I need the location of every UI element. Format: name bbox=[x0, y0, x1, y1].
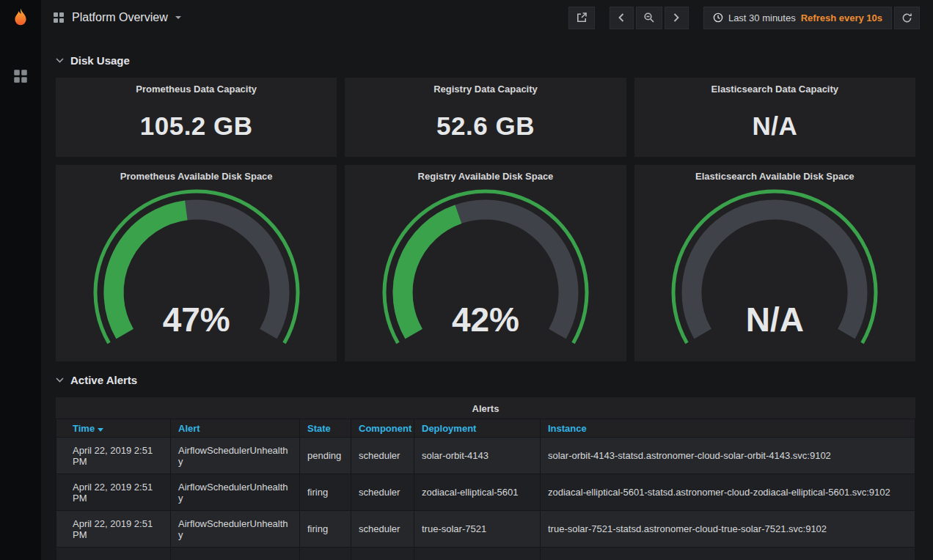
cell-component: scheduler bbox=[351, 438, 414, 474]
dashboard-title[interactable]: Platform Overview bbox=[72, 11, 168, 24]
share-button[interactable] bbox=[568, 7, 595, 29]
stat-value: 52.6 GB bbox=[345, 95, 626, 157]
panel-title: Prometheus Data Capacity bbox=[56, 78, 337, 95]
stat-panel-elasticsearch-capacity: Elasticsearch Data Capacity N/A bbox=[634, 78, 915, 157]
magnifier-minus-icon bbox=[643, 12, 655, 23]
gauge-panel-registry-disk: Registry Available Disk Space 42% bbox=[345, 165, 626, 361]
panel-title: Registry Data Capacity bbox=[345, 78, 626, 95]
chevron-right-icon bbox=[673, 13, 679, 22]
cell-state: pending bbox=[300, 438, 351, 474]
time-picker-group: Last 30 minutes Refresh every 10s bbox=[703, 7, 920, 29]
chevron-down-icon bbox=[56, 58, 64, 63]
table-row: April 22, 2019 2:51 PM AirflowSchedulerU… bbox=[56, 438, 915, 474]
chevron-down-icon bbox=[56, 377, 64, 383]
gauge-panels-row: Prometheus Available Disk Space 47% Regi… bbox=[56, 165, 915, 361]
dashboards-grid-icon bbox=[13, 69, 28, 84]
stat-value: N/A bbox=[634, 95, 915, 157]
panel-title: Registry Available Disk Space bbox=[345, 165, 626, 182]
cell-alert: AirflowSchedulerUnhealthy bbox=[171, 438, 300, 474]
share-icon bbox=[576, 12, 588, 23]
cell-instance: true-solar-7521-statsd.astronomer-cloud-… bbox=[541, 511, 915, 548]
stat-panels-row: Prometheus Data Capacity 105.2 GB Regist… bbox=[56, 78, 915, 157]
column-header-state[interactable]: State bbox=[300, 419, 351, 438]
dashboard-title-area[interactable]: Platform Overview bbox=[53, 11, 181, 24]
stat-panel-prometheus-capacity: Prometheus Data Capacity 105.2 GB bbox=[56, 78, 337, 157]
row-title: Disk Usage bbox=[70, 54, 130, 67]
gauge-value: 47% bbox=[56, 300, 337, 339]
navbar: Platform Overview bbox=[41, 0, 933, 35]
gauge-panel-elasticsearch-disk: Elasticsearch Available Disk Space N/A bbox=[634, 165, 915, 361]
column-header-instance[interactable]: Instance bbox=[541, 419, 915, 438]
dashboard-content: Disk Usage Prometheus Data Capacity 105.… bbox=[41, 35, 933, 560]
row-header-disk-usage[interactable]: Disk Usage bbox=[56, 50, 915, 70]
stat-value: 105.2 GB bbox=[56, 95, 337, 157]
refresh-button[interactable] bbox=[894, 7, 920, 29]
row-title: Active Alerts bbox=[70, 374, 137, 386]
gauge-value: N/A bbox=[634, 300, 915, 339]
cell-time: April 22, 2019 2:51 PM bbox=[56, 438, 171, 474]
title-caret-down-icon bbox=[175, 16, 181, 19]
gauge-panel-prometheus-disk: Prometheus Available Disk Space 47% bbox=[56, 165, 337, 361]
cell-time: April 22, 2019 2:51 PM bbox=[56, 511, 171, 548]
cell-component: scheduler bbox=[351, 511, 414, 548]
alerts-table-panel: Alerts Time Alert State Component Deploy… bbox=[56, 397, 915, 560]
panel-title: Elasticsearch Available Disk Space bbox=[634, 165, 915, 182]
cell-alert: AirflowSchedulerUnhealthy bbox=[171, 474, 300, 511]
panel-title: Prometheus Available Disk Space bbox=[56, 165, 337, 182]
stat-panel-registry-capacity: Registry Data Capacity 52.6 GB bbox=[345, 78, 626, 157]
time-picker-button[interactable]: Last 30 minutes Refresh every 10s bbox=[703, 7, 892, 29]
grafana-logo[interactable] bbox=[0, 0, 41, 38]
cell-state: firing bbox=[300, 474, 351, 511]
cell-instance: solar-orbit-4143-statsd.astronomer-cloud… bbox=[541, 438, 915, 474]
cell-deployment: zodiacal-elliptical-5601 bbox=[414, 474, 541, 511]
column-header-component[interactable]: Component bbox=[351, 419, 414, 438]
time-shift-group bbox=[610, 7, 689, 29]
panel-title: Alerts bbox=[56, 397, 915, 414]
table-row: April 22, 2019 2:51 PM AirflowSchedulerU… bbox=[56, 474, 915, 511]
navbar-controls: Last 30 minutes Refresh every 10s bbox=[568, 7, 920, 29]
time-range-label: Last 30 minutes bbox=[728, 12, 796, 23]
dashboard-grid-icon bbox=[53, 12, 65, 23]
time-shift-back-button[interactable] bbox=[610, 7, 634, 29]
sort-caret-down-icon bbox=[98, 428, 103, 432]
cell-deployment: solar-orbit-4143 bbox=[414, 438, 541, 474]
gauge-value: 42% bbox=[345, 300, 626, 339]
cell-time: April 22, 2019 2:51 PM bbox=[56, 474, 171, 511]
grafana-flame-icon bbox=[10, 7, 32, 31]
table-row: April 22, 2019 2:51 PM AirflowSchedulerU… bbox=[56, 511, 915, 548]
refresh-icon bbox=[901, 12, 912, 23]
sidebar bbox=[0, 0, 41, 560]
refresh-interval-label: Refresh every 10s bbox=[801, 12, 882, 23]
chevron-left-icon bbox=[618, 13, 624, 22]
cell-state: firing bbox=[300, 511, 351, 548]
cell-deployment: true-solar-7521 bbox=[414, 511, 541, 548]
column-header-time[interactable]: Time bbox=[56, 419, 171, 438]
table-header-row: Time Alert State Component Deployment In… bbox=[56, 419, 915, 438]
row-header-active-alerts[interactable]: Active Alerts bbox=[56, 369, 915, 390]
zoom-out-button[interactable] bbox=[636, 7, 662, 29]
cell-instance: zodiacal-elliptical-5601-statsd.astronom… bbox=[541, 474, 915, 511]
cell-alert: AirflowSchedulerUnhealthy bbox=[171, 511, 300, 548]
column-header-deployment[interactable]: Deployment bbox=[414, 419, 541, 438]
cell-component: scheduler bbox=[351, 474, 414, 511]
column-header-alert[interactable]: Alert bbox=[171, 419, 300, 438]
panel-title: Elasticsearch Data Capacity bbox=[634, 78, 915, 95]
clock-icon bbox=[713, 12, 723, 23]
table-row-partial bbox=[56, 548, 915, 560]
time-shift-forward-button[interactable] bbox=[665, 7, 689, 29]
alerts-table: Time Alert State Component Deployment In… bbox=[56, 419, 915, 560]
sidebar-item-dashboards[interactable] bbox=[0, 62, 41, 91]
